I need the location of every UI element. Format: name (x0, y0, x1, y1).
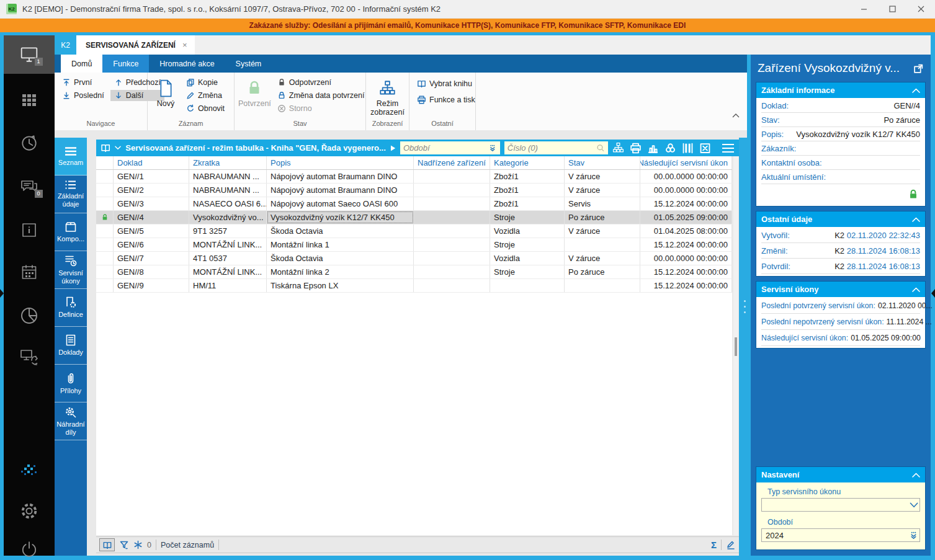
minimize-button[interactable] (849, 0, 878, 18)
last-button[interactable]: Poslední (58, 90, 108, 101)
chevron-up-icon[interactable] (912, 217, 920, 222)
dotted-chevron-icon[interactable] (488, 144, 497, 152)
table-row[interactable]: GEN//6MONTÁŽNÍ LINK...Montážní linka 1St… (96, 238, 732, 252)
printer-icon[interactable] (630, 143, 642, 154)
play-icon[interactable] (390, 144, 396, 152)
first-button[interactable]: První (58, 77, 108, 88)
scrollbar-thumb[interactable] (735, 337, 737, 356)
period-select[interactable] (761, 528, 920, 542)
excel-export-icon[interactable] (699, 143, 711, 154)
book-icon[interactable] (101, 143, 110, 153)
nav-item-nahradni-dily[interactable]: Náhradní díly (55, 402, 87, 440)
col-indicator[interactable] (96, 156, 114, 169)
period-filter-input[interactable] (403, 143, 488, 153)
sidebar-item-reports[interactable] (4, 298, 55, 334)
open-external-icon[interactable] (913, 63, 924, 74)
table-row[interactable]: GEN//1NABRAUMANN ...Nápojový automat Bra… (96, 170, 732, 184)
table-row[interactable]: GEN//9HM/11Tiskárna Epson LX15.12.2024 0… (96, 279, 732, 293)
edit-button[interactable]: Změna (182, 90, 228, 101)
section-header[interactable]: Nastavení (756, 467, 925, 482)
book-toggle-button[interactable] (99, 538, 115, 551)
table-row[interactable]: GEN//74T1 0537Škoda OctaviaVozidlaV záru… (96, 252, 732, 265)
ribbon-tab-domu[interactable]: Domů (61, 55, 102, 73)
col-stav[interactable]: Stav (565, 156, 640, 169)
record-count-label[interactable]: Počet záznamů (161, 541, 214, 549)
browse-title[interactable]: Servisovaná zařízení - režim tabulka - K… (125, 143, 385, 153)
dotted-chevron-icon[interactable] (909, 531, 918, 540)
nav-item-seznam[interactable]: Seznam (55, 138, 87, 176)
col-nadrizene-zarizeni[interactable]: Nadřízené zařízení (414, 156, 490, 169)
filter-icon[interactable] (119, 540, 129, 550)
period-input[interactable] (766, 531, 909, 540)
table-row[interactable]: GEN//8MONTÁŽNÍ LINK...Montážní linka 2St… (96, 265, 732, 279)
tab-close-icon[interactable]: × (182, 40, 187, 50)
sidebar-item-info[interactable] (4, 212, 55, 248)
col-zkratka[interactable]: Zkratka (189, 156, 267, 169)
sitemap-icon[interactable] (612, 142, 624, 154)
sidebar-item-desktop[interactable]: 1 (4, 35, 55, 74)
sum-button[interactable]: Σ (711, 540, 717, 550)
copy-button[interactable]: Kopie (182, 77, 228, 88)
nav-item-servisni-ukony[interactable]: Servisní úkony (55, 251, 87, 289)
table-vertical-scrollbar[interactable] (733, 156, 738, 535)
table-row[interactable]: GEN//3NASAECO OASI 6...Nápojový automat … (96, 197, 732, 211)
number-filter-input[interactable] (508, 143, 597, 153)
chevron-up-icon[interactable] (912, 287, 920, 292)
nav-item-zakladni-udaje[interactable]: Základní údaje (55, 176, 87, 213)
sidebar-item-settings[interactable] (4, 493, 55, 529)
search-icon[interactable] (596, 143, 605, 153)
ribbon-tab-funkce[interactable]: Funkce (102, 55, 149, 73)
sidebar-item-power[interactable] (4, 531, 55, 560)
refresh-button[interactable]: Obnovit (182, 103, 228, 114)
sidebar-item-calendar[interactable] (4, 254, 55, 290)
select-book-button[interactable]: Vybrat knihu (413, 78, 479, 89)
functions-print-button[interactable]: Funkce a tisk (413, 94, 479, 105)
ribbon-tab-system[interactable]: Systém (225, 55, 272, 73)
confirm-button[interactable]: Potvrzení (238, 76, 271, 120)
ribbon-collapse-button[interactable] (732, 113, 740, 118)
chevron-down-icon[interactable] (115, 146, 121, 150)
section-header[interactable]: Ostatní údaje (756, 211, 925, 227)
nav-item-definice[interactable]: Definice (55, 289, 87, 327)
maximize-button[interactable] (878, 0, 906, 18)
table-row[interactable]: GEN//2NABRAUMANN ...Nápojový automat Bra… (96, 184, 732, 197)
ribbon-tab-hromadne-akce[interactable]: Hromadné akce (149, 55, 225, 73)
close-button[interactable] (906, 0, 935, 18)
chevron-up-icon[interactable] (912, 473, 920, 478)
sidebar-item-history[interactable] (4, 125, 55, 161)
edit-pencil-icon[interactable] (726, 540, 736, 550)
nav-item-komponenty[interactable]: Kompo... (55, 213, 87, 251)
service-type-input[interactable] (766, 500, 910, 510)
col-kategorie[interactable]: Kategorie (490, 156, 565, 169)
sidebar-item-remote-support[interactable] (4, 339, 55, 375)
asterisk-icon[interactable] (133, 540, 143, 549)
nav-item-prilohy[interactable]: Přílohy (55, 365, 87, 402)
right-collapse-handle[interactable] (931, 289, 935, 298)
sidebar-item-k2-ai[interactable] (4, 452, 55, 488)
chevron-down-icon[interactable] (910, 502, 918, 508)
col-doklad[interactable]: Doklad (114, 156, 189, 169)
storno-button[interactable]: Storno (274, 103, 369, 114)
sidebar-item-modules[interactable] (4, 82, 55, 118)
columns-icon[interactable] (682, 143, 694, 154)
table-row[interactable]: GEN//59T1 3257Škoda OctaviaVozidlaV záru… (96, 224, 732, 238)
tab-servisovana-zarizeni[interactable]: SERVISOVANÁ ZAŘÍZENÍ × (76, 35, 195, 55)
sidebar-item-messages[interactable]: 0 (4, 169, 55, 205)
chevron-up-icon[interactable] (912, 88, 920, 93)
nav-item-doklady[interactable]: Doklady (55, 327, 87, 365)
col-popis[interactable]: Popis (267, 156, 414, 169)
section-header[interactable]: Základní informace (756, 82, 925, 98)
color-wheel-icon[interactable] (664, 143, 676, 154)
change-confirm-date-button[interactable]: Změna data potvrzení (274, 90, 369, 101)
tab-k2[interactable]: K2 (55, 35, 76, 55)
chart-icon[interactable] (647, 143, 659, 154)
display-mode-button[interactable]: Režim zobrazení (370, 76, 405, 120)
unconfirm-button[interactable]: Odpotvrzení (274, 77, 369, 88)
new-button[interactable]: Nový (151, 76, 180, 120)
service-type-select[interactable] (761, 498, 920, 512)
table-row[interactable]: GEN//4Vysokozdvižný vo...Vysokozdvižný v… (96, 211, 732, 224)
menu-icon[interactable] (722, 143, 735, 153)
panel-splitter[interactable] (739, 138, 751, 556)
col-nasledujici-servisni-ukon[interactable]: Následující servisní úkon (640, 156, 732, 169)
section-header[interactable]: Servisní úkony (756, 282, 925, 297)
